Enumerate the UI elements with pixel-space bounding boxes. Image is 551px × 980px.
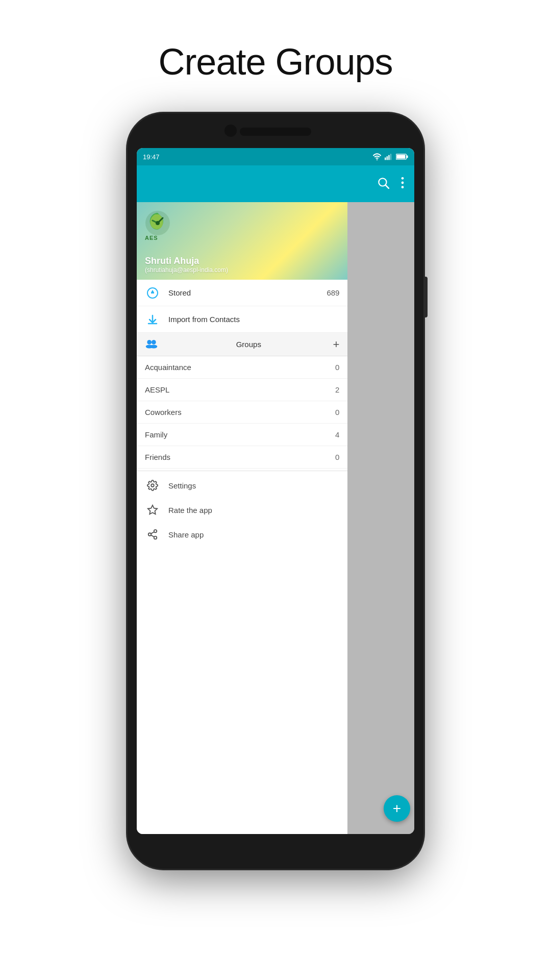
signal-icon — [385, 153, 393, 160]
groups-header: Groups + — [137, 333, 347, 356]
group-name: AESPL — [145, 385, 335, 394]
drawer-header: AES Shruti Ahuja (shrutiahuja@aespl-indi… — [137, 202, 347, 280]
svg-rect-1 — [385, 158, 386, 160]
drawer-item-share[interactable]: Share app — [137, 522, 347, 547]
groups-add-button[interactable]: + — [333, 338, 340, 351]
svg-point-22 — [150, 345, 157, 348]
fab-icon: + — [393, 801, 401, 816]
svg-point-11 — [402, 182, 404, 184]
groups-icon — [145, 338, 158, 351]
phone-device: 19:47 — [128, 113, 423, 869]
import-label: Import from Contacts — [168, 315, 339, 324]
svg-point-25 — [154, 530, 157, 533]
user-name: Shruti Ahuja — [145, 256, 339, 266]
stored-icon — [145, 287, 160, 299]
group-item-coworkers[interactable]: Coworkers 0 — [137, 401, 347, 424]
group-count: 4 — [335, 430, 339, 439]
phone-speaker — [240, 128, 311, 136]
app-toolbar — [137, 165, 414, 202]
group-name: Acquaintance — [145, 363, 335, 372]
rate-icon — [145, 504, 160, 516]
share-icon — [145, 529, 160, 540]
svg-point-10 — [402, 177, 404, 180]
group-name: Friends — [145, 453, 335, 461]
drawer-item-settings[interactable]: Settings — [137, 473, 347, 498]
wifi-icon — [372, 153, 382, 160]
group-count: 0 — [335, 453, 339, 461]
phone-shell: 19:47 — [128, 113, 423, 869]
groups-title: Groups — [164, 340, 333, 349]
svg-point-20 — [152, 340, 156, 345]
stored-label: Stored — [168, 288, 327, 297]
user-email: (shrutiahuja@aespl-india.com) — [145, 266, 339, 274]
battery-icon — [396, 153, 408, 160]
toolbar-actions — [377, 176, 408, 191]
svg-rect-17 — [151, 292, 154, 293]
drawer-divider — [137, 471, 347, 471]
svg-line-9 — [386, 185, 389, 188]
group-name: Coworkers — [145, 408, 335, 416]
group-count: 2 — [335, 385, 339, 394]
svg-marker-24 — [148, 505, 157, 514]
group-count: 0 — [335, 363, 339, 372]
stored-count: 689 — [327, 288, 339, 297]
svg-line-29 — [151, 532, 154, 534]
status-bar: 19:47 — [137, 148, 414, 165]
group-item-aespl[interactable]: AESPL 2 — [137, 379, 347, 401]
logo-label: AES — [145, 235, 158, 241]
screen-overlay — [347, 202, 414, 834]
svg-point-26 — [148, 533, 152, 536]
fab-button[interactable]: + — [384, 795, 410, 822]
svg-point-12 — [402, 186, 404, 188]
svg-rect-3 — [388, 155, 389, 160]
svg-point-14 — [156, 221, 160, 225]
search-icon[interactable] — [377, 176, 390, 191]
import-icon — [145, 313, 160, 326]
phone-screen: 19:47 — [137, 148, 414, 834]
drawer-item-rate[interactable]: Rate the app — [137, 498, 347, 522]
svg-point-0 — [377, 159, 378, 160]
svg-point-27 — [154, 536, 157, 540]
navigation-drawer: AES Shruti Ahuja (shrutiahuja@aespl-indi… — [137, 202, 347, 834]
svg-rect-7 — [396, 155, 405, 159]
settings-label: Settings — [168, 481, 196, 490]
status-time: 19:47 — [143, 153, 160, 161]
phone-camera — [224, 125, 237, 137]
status-icons — [372, 153, 408, 160]
group-name: Family — [145, 430, 335, 439]
svg-point-23 — [151, 484, 154, 487]
drawer-item-stored[interactable]: Stored 689 — [137, 280, 347, 306]
share-label: Share app — [168, 530, 204, 539]
group-count: 0 — [335, 408, 339, 416]
group-item-friends[interactable]: Friends 0 — [137, 446, 347, 469]
rate-label: Rate the app — [168, 506, 212, 514]
group-item-acquaintance[interactable]: Acquaintance 0 — [137, 356, 347, 379]
group-item-family[interactable]: Family 4 — [137, 424, 347, 446]
more-icon[interactable] — [397, 176, 408, 191]
svg-marker-16 — [151, 290, 154, 292]
app-logo — [145, 210, 170, 236]
svg-line-28 — [151, 535, 154, 537]
drawer-item-import[interactable]: Import from Contacts — [137, 306, 347, 333]
page-title: Create Groups — [158, 41, 392, 83]
settings-icon — [145, 480, 160, 491]
svg-rect-2 — [387, 156, 388, 160]
svg-rect-6 — [407, 155, 408, 158]
svg-rect-4 — [390, 154, 391, 160]
phone-side-button — [423, 277, 428, 317]
svg-point-19 — [147, 340, 152, 345]
